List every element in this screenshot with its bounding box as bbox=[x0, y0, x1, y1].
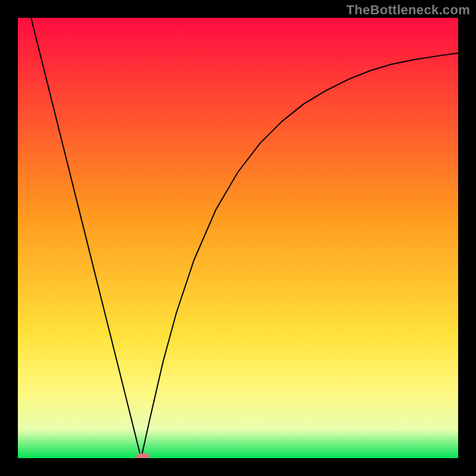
watermark-text: TheBottleneck.com bbox=[346, 2, 470, 18]
gradient-background bbox=[18, 18, 458, 458]
plot-area bbox=[18, 18, 458, 458]
chart-frame: TheBottleneck.com bbox=[0, 0, 476, 476]
bottleneck-chart bbox=[18, 18, 458, 458]
